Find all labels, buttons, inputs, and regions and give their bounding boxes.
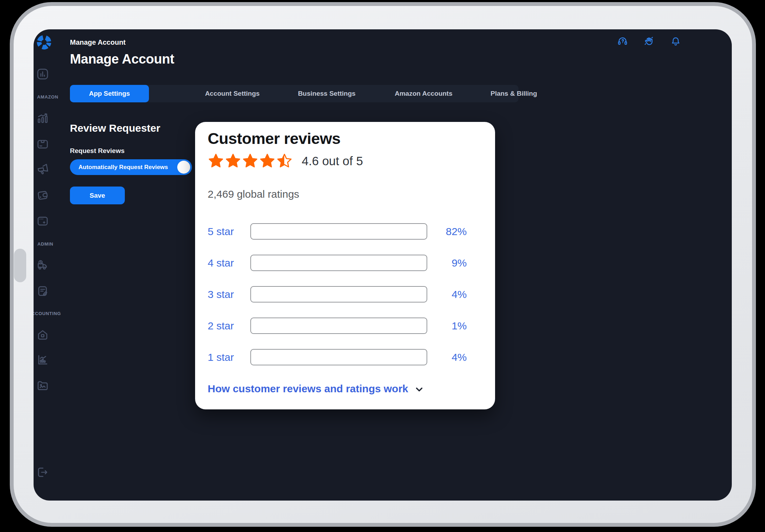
auto-request-reviews-toggle[interactable]: Automatically Request Reviews (70, 159, 192, 175)
truck-clock-icon (36, 258, 49, 272)
page-title: Manage Account (70, 52, 174, 67)
rating-row-percent: 4% (433, 351, 467, 363)
sidebar-group-accounting: ACCOUNTING (34, 311, 61, 316)
sidebar-item-notes[interactable] (36, 284, 49, 298)
section-title: Review Requester (70, 122, 160, 134)
rating-bar-track (250, 349, 427, 365)
rating-row-4-star: 4 star 9% (208, 255, 482, 271)
rating-row-3-star: 3 star 4% (208, 286, 482, 303)
sidebar-item-products[interactable] (36, 137, 49, 150)
link-text: How customer reviews and ratings work (208, 383, 408, 395)
how-reviews-work-link[interactable]: How customer reviews and ratings work (208, 383, 482, 395)
customer-reviews-card: Customer reviews (195, 122, 495, 409)
rating-row-5-star: 5 star 82% (208, 223, 482, 240)
tablet-side-button (14, 249, 26, 282)
rating-row-label[interactable]: 4 star (208, 257, 250, 269)
toggle-label: Automatically Request Reviews (78, 164, 183, 171)
sidebar-item-logout[interactable] (36, 466, 49, 479)
star-rating: 4.6 out of 5 (208, 153, 482, 169)
rating-bar-track (250, 286, 427, 303)
home-icon (36, 328, 49, 342)
tab-app-settings[interactable]: App Settings (70, 85, 149, 102)
rating-row-label[interactable]: 1 star (208, 351, 250, 363)
sidebar-group-amazon: AMAZON (37, 94, 58, 100)
rating-row-2-star: 2 star 1% (208, 318, 482, 334)
rating-row-label[interactable]: 2 star (208, 320, 250, 332)
dashboard-icon (36, 67, 49, 81)
gallery-folder-icon (36, 379, 49, 392)
logout-icon (36, 466, 49, 479)
wallet-star-icon (36, 189, 49, 202)
sidebar-item-home[interactable] (36, 328, 49, 342)
chart-report-icon (36, 353, 49, 366)
rating-text: 4.6 out of 5 (302, 154, 363, 168)
sidebar-group-admin: ADMIN (37, 241, 53, 247)
topbar-icons (617, 36, 681, 47)
sidebar-item-media[interactable] (36, 379, 49, 392)
desktop-background: AMAZON (0, 0, 765, 532)
settings-tabstrip: App Settings Account Settings Business S… (70, 85, 519, 102)
sidebar-item-reports[interactable] (36, 353, 49, 366)
app-logo-icon (36, 35, 52, 50)
request-reviews-label: Request Reviews (70, 147, 124, 155)
star-full-icon (242, 153, 258, 169)
sidebar-item-deliveries[interactable] (36, 258, 49, 272)
package-icon (36, 137, 49, 150)
notification-bell-icon[interactable] (670, 36, 681, 47)
rating-bar-track (250, 223, 427, 240)
rating-row-percent: 1% (433, 320, 467, 332)
tab-amazon-accounts[interactable]: Amazon Accounts (384, 85, 463, 102)
support-headset-icon[interactable] (617, 36, 628, 47)
rating-bar-track (250, 255, 427, 271)
rating-row-label[interactable]: 3 star (208, 289, 250, 300)
app-window: AMAZON (34, 29, 732, 501)
tab-business-settings[interactable]: Business Settings (287, 85, 366, 102)
sidebar-item-dashboard[interactable] (36, 67, 49, 81)
chevron-down-icon (414, 384, 424, 395)
star-full-icon (208, 153, 224, 169)
analytics-icon (36, 111, 49, 125)
rating-row-label[interactable]: 5 star (208, 226, 250, 238)
hand-wave-icon[interactable] (643, 36, 655, 47)
document-edit-icon (36, 284, 49, 298)
global-ratings-text: 2,469 global ratings (208, 188, 482, 200)
topbar-title: Manage Account (70, 38, 126, 46)
megaphone-icon (36, 163, 49, 176)
toggle-knob[interactable] (177, 161, 190, 174)
browser-sparkle-icon (36, 214, 49, 228)
tab-plans-billing[interactable]: Plans & Billing (478, 85, 550, 102)
rating-row-percent: 4% (433, 289, 467, 300)
save-button[interactable]: Save (70, 187, 125, 204)
sidebar-item-marketing[interactable] (36, 163, 49, 176)
sidebar-item-wallet[interactable] (36, 189, 49, 202)
star-full-icon (225, 153, 241, 169)
card-title: Customer reviews (208, 129, 482, 148)
rating-row-percent: 9% (433, 257, 467, 269)
sidebar-item-analytics[interactable] (36, 111, 49, 125)
sidebar-item-apps[interactable] (36, 214, 49, 228)
rating-histogram: 5 star 82% 4 star 9% 3 star 4% 2 star (208, 223, 482, 365)
star-full-icon (259, 153, 276, 169)
rating-row-percent: 82% (433, 226, 467, 238)
rating-bar-track (250, 318, 427, 334)
tab-account-settings[interactable]: Account Settings (196, 85, 268, 102)
rating-row-1-star: 1 star 4% (208, 349, 482, 365)
star-half-icon (276, 153, 293, 169)
